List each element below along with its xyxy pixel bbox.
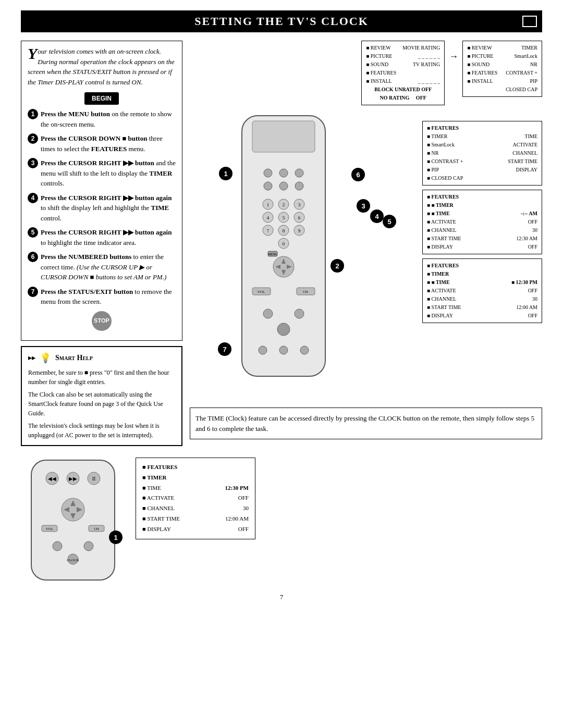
panel-arrow-1: → bbox=[449, 51, 458, 62]
step-6: 6 Press the NUMBERED buttons to enter th… bbox=[28, 252, 176, 282]
step-6-content: Press the NUMBERED buttons to enter the … bbox=[41, 252, 176, 282]
step-circle-5: 5 bbox=[383, 215, 396, 228]
step-4-content: Press the CURSOR RIGHT ▶▶ button again t… bbox=[41, 193, 176, 224]
top-menu-panels: ■ REVIEWMOVIE RATING ■ PICTURE_ _ _ _ _ … bbox=[190, 41, 542, 105]
svg-point-44 bbox=[300, 346, 309, 354]
svg-point-42 bbox=[259, 346, 267, 354]
stop-badge: STOP bbox=[28, 311, 176, 331]
svg-text:VOL: VOL bbox=[46, 527, 53, 531]
svg-text:5: 5 bbox=[283, 215, 285, 220]
small-remote-area: ◀◀ ▶▶ II VOL CH CLOCK bbox=[21, 458, 125, 585]
step-7-content: Press the STATUS/EXIT button to remove t… bbox=[41, 287, 176, 307]
step-circle-3-4: 3 bbox=[357, 199, 370, 213]
intro-text: our television comes with an on-screen c… bbox=[28, 47, 175, 86]
step-2-content: Press the CURSOR DOWN ■ button three tim… bbox=[41, 133, 176, 154]
step-7-num: 7 bbox=[28, 287, 38, 297]
step-7: 7 Press the STATUS/EXIT button to remove… bbox=[28, 287, 176, 307]
smart-help-point-3: The television's clock settings may be l… bbox=[28, 421, 175, 440]
svg-text:CH: CH bbox=[94, 527, 99, 531]
stop-circle: STOP bbox=[92, 311, 112, 331]
svg-text:CH: CH bbox=[303, 290, 308, 294]
smart-help-diagonal: ▸▸ bbox=[28, 354, 35, 362]
svg-text:6: 6 bbox=[298, 215, 301, 220]
svg-text:4: 4 bbox=[267, 215, 270, 220]
step-circle-6: 6 bbox=[351, 168, 365, 181]
page-wrapper: Setting the TV's Clock Y our television … bbox=[21, 10, 542, 601]
remote-diagram-area: 1 2 3 4 5 6 7 8 9 bbox=[190, 110, 542, 402]
remote-svg: 1 2 3 4 5 6 7 8 9 bbox=[231, 110, 336, 381]
step-3-num: 3 bbox=[28, 158, 38, 168]
step-4-num: 4 bbox=[28, 193, 38, 203]
page-header: Setting the TV's Clock bbox=[21, 10, 542, 32]
svg-point-41 bbox=[277, 323, 290, 336]
step-3-content: Press the CURSOR RIGHT ▶▶ button and the… bbox=[41, 158, 176, 189]
step-3: 3 Press the CURSOR RIGHT ▶▶ button and t… bbox=[28, 158, 176, 189]
svg-point-61 bbox=[53, 541, 62, 551]
corner-box-decoration bbox=[522, 16, 537, 27]
step-1: 1 Press the MENU button on the remote to… bbox=[28, 109, 176, 129]
svg-text:1: 1 bbox=[267, 202, 270, 207]
svg-text:8: 8 bbox=[283, 228, 285, 233]
svg-point-62 bbox=[84, 541, 93, 551]
smart-help-point-2: The Clock can also be set automatically … bbox=[28, 390, 175, 418]
step-6-num: 6 bbox=[28, 252, 38, 262]
menu-panel-4: ■ FEATURES ■ ■ TIMER ■ ■ TIME-:-- AM ■ A… bbox=[422, 190, 542, 254]
right-column: ■ REVIEWMOVIE RATING ■ PICTURE_ _ _ _ _ … bbox=[190, 41, 542, 447]
menu-panel-6: ■ FEATURES ■ TIMER ■ TIME12:30 PM ■ ACTI… bbox=[136, 458, 255, 539]
bottom-note: The TIME (Clock) feature can be accessed… bbox=[190, 408, 542, 439]
step-5-num: 5 bbox=[28, 227, 38, 238]
step-2: 2 Press the CURSOR DOWN ■ button three t… bbox=[28, 133, 176, 154]
step-circle-4: 4 bbox=[370, 209, 384, 223]
step-5: 5 Press the CURSOR RIGHT ▶▶ button again… bbox=[28, 227, 176, 248]
svg-point-43 bbox=[279, 346, 288, 354]
svg-text:▶▶: ▶▶ bbox=[69, 476, 77, 482]
begin-badge: BEGIN bbox=[84, 92, 119, 105]
smart-help-header: ▸▸ 💡 Smart Help bbox=[28, 352, 175, 364]
svg-point-6 bbox=[279, 182, 288, 190]
step-5-content: Press the CURSOR RIGHT ▶▶ button again t… bbox=[41, 227, 176, 248]
svg-text:2: 2 bbox=[283, 202, 285, 207]
svg-text:0: 0 bbox=[283, 241, 285, 246]
step-circle-7: 7 bbox=[218, 342, 231, 356]
smart-help-title: Smart Help bbox=[55, 354, 93, 362]
smart-help-point-1: Remember, be sure to ■ press "0" first a… bbox=[28, 368, 175, 387]
svg-rect-1 bbox=[252, 121, 315, 152]
drop-cap: Y bbox=[28, 46, 37, 60]
svg-text:MENU: MENU bbox=[268, 253, 277, 256]
svg-point-5 bbox=[264, 182, 272, 190]
small-remote-svg: ◀◀ ▶▶ II VOL CH CLOCK bbox=[21, 458, 125, 583]
step-1-num: 1 bbox=[28, 109, 38, 119]
right-panels-stack: ■ FEATURES ■ TIMERTIME ■ SmartLockACTIVA… bbox=[422, 121, 542, 323]
begin-badge-container: BEGIN bbox=[28, 92, 176, 105]
page-number: 7 bbox=[21, 593, 542, 601]
intro-box: Y our television comes with an on-screen… bbox=[21, 41, 182, 341]
menu-panel-2: ■ REVIEWTIMER ■ PICTURESmartLock ■ SOUND… bbox=[462, 41, 542, 97]
smart-help-box: ▸▸ 💡 Smart Help Remember, be sure to ■ p… bbox=[21, 346, 182, 446]
step-4: 4 Press the CURSOR RIGHT ▶▶ button again… bbox=[28, 193, 176, 224]
svg-text:II: II bbox=[92, 476, 96, 482]
step-circle-1: 1 bbox=[219, 167, 232, 180]
svg-point-40 bbox=[295, 309, 304, 318]
svg-text:9: 9 bbox=[298, 228, 301, 233]
bottom-section: ◀◀ ▶▶ II VOL CH CLOCK bbox=[21, 458, 542, 585]
page-title: Setting the TV's Clock bbox=[194, 15, 369, 28]
svg-point-4 bbox=[295, 169, 303, 177]
menu-panel-3: ■ FEATURES ■ TIMERTIME ■ SmartLockACTIVA… bbox=[422, 121, 542, 186]
step-circle-2: 2 bbox=[331, 259, 344, 273]
menu-panel-1: ■ REVIEWMOVIE RATING ■ PICTURE_ _ _ _ _ … bbox=[361, 41, 445, 105]
svg-text:CLOCK: CLOCK bbox=[67, 558, 79, 562]
svg-point-3 bbox=[279, 169, 288, 177]
svg-point-2 bbox=[264, 169, 272, 177]
svg-text:3: 3 bbox=[298, 202, 301, 207]
svg-text:◀◀: ◀◀ bbox=[48, 476, 56, 482]
bulb-icon: 💡 bbox=[40, 352, 51, 364]
svg-text:VOL: VOL bbox=[258, 290, 265, 294]
smart-help-body: Remember, be sure to ■ press "0" first a… bbox=[28, 368, 175, 440]
svg-text:7: 7 bbox=[267, 228, 270, 233]
menu-panel-5: ■ FEATURES ■ TIMER ■ ■ TIME■ 12:30 PM ■ … bbox=[422, 258, 542, 323]
small-remote-step-1: 1 bbox=[109, 530, 123, 544]
main-layout: Y our television comes with an on-screen… bbox=[21, 41, 542, 447]
left-column: Y our television comes with an on-screen… bbox=[21, 41, 182, 447]
step-2-num: 2 bbox=[28, 133, 38, 144]
svg-point-7 bbox=[295, 182, 303, 190]
